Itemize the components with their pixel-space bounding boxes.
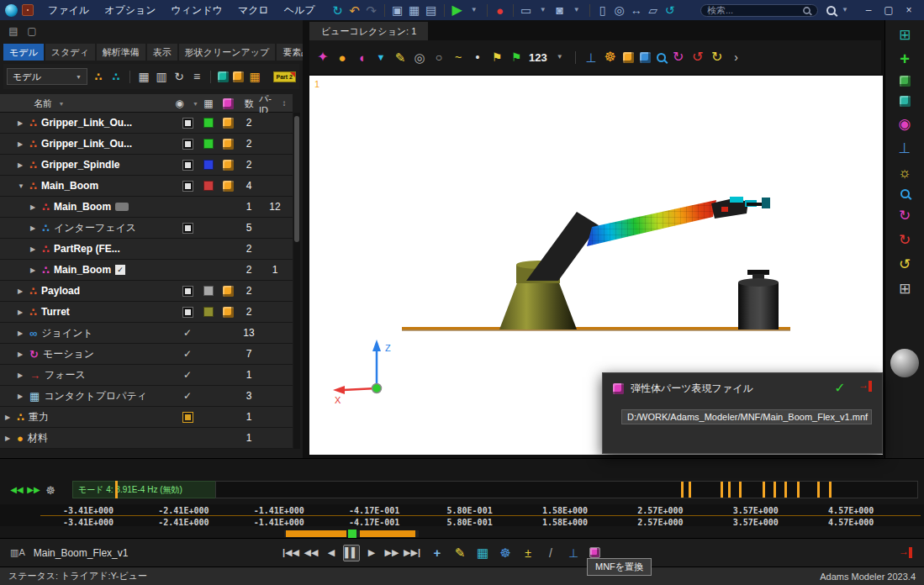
enabled-check-icon[interactable]: ✓: [183, 390, 192, 402]
list-view-icon[interactable]: ▥: [155, 69, 168, 84]
visibility-checkbox[interactable]: [182, 181, 193, 192]
frequency-marker[interactable]: [774, 482, 776, 498]
marker-pins-icon[interactable]: ▼: [374, 50, 388, 65]
settings-gear-icon[interactable]: ☸: [499, 545, 512, 561]
id-sort-icon[interactable]: ↕: [277, 96, 291, 111]
measure-edit-icon[interactable]: +: [430, 545, 444, 561]
search-scope-dropdown[interactable]: ▼: [838, 3, 852, 18]
frequency-marker[interactable]: [829, 482, 832, 498]
camera-icon[interactable]: ◙: [553, 3, 567, 18]
mode-next-icon[interactable]: ▶▶: [27, 482, 40, 498]
enabled-check-icon[interactable]: ✓: [183, 348, 192, 360]
menu-file[interactable]: ファイル: [40, 0, 97, 20]
run-dropdown[interactable]: ▼: [467, 3, 481, 18]
subsystem-cube-icon[interactable]: [218, 71, 229, 82]
tree-row[interactable]: ▶∴PartRep (FE...2: [0, 239, 293, 260]
close-dialog-icon[interactable]: [858, 381, 872, 392]
expand-arrow[interactable]: ▶: [18, 287, 25, 295]
tree-row[interactable]: ▶∴Main_Boom112: [0, 197, 293, 218]
color-swatch[interactable]: [203, 181, 214, 191]
zoom-entity-icon[interactable]: [657, 53, 666, 62]
annotation-icon[interactable]: ▥A: [10, 545, 25, 561]
expand-arrow[interactable]: ▶: [30, 224, 38, 232]
timeline-settings-icon[interactable]: ☸: [44, 482, 57, 498]
tree-row[interactable]: ▶↻モーション✓7: [0, 344, 293, 365]
expand-arrow[interactable]: ▶: [18, 140, 25, 148]
frequency-marker[interactable]: [681, 482, 684, 498]
expand-arrow[interactable]: ▶: [18, 393, 25, 400]
visibility-checkbox[interactable]: [182, 160, 193, 171]
display-dropdown[interactable]: ▼: [536, 3, 550, 18]
measure-pencil-icon[interactable]: ✎: [393, 50, 407, 65]
frequency-marker[interactable]: [721, 482, 723, 498]
tree-row[interactable]: ▶∴インターフェイス5: [0, 218, 293, 239]
inline-checkbox[interactable]: ✓: [115, 265, 125, 275]
triad-icon[interactable]: ⊥: [567, 545, 580, 561]
minimize-button[interactable]: –: [858, 1, 879, 19]
menu-help[interactable]: ヘルプ: [277, 0, 323, 20]
tree-row[interactable]: ▶∴重力1: [0, 407, 293, 428]
tab-display[interactable]: 表示: [147, 44, 177, 61]
model-selector[interactable]: モデル ▼: [7, 68, 87, 85]
fast-rewind-button[interactable]: ◀◀: [303, 545, 319, 561]
expand-arrow[interactable]: ▶: [18, 161, 25, 169]
table-view-icon[interactable]: ▦: [137, 69, 150, 84]
tree-row[interactable]: ▶∴Gripper_Link_Ou...2: [0, 113, 293, 134]
triad-icon[interactable]: ⊥: [898, 140, 911, 155]
expand-arrow[interactable]: ▶: [5, 435, 13, 442]
skip-start-button[interactable]: |◀◀: [282, 545, 299, 561]
wrench-icon[interactable]: /: [544, 545, 557, 561]
enabled-check-icon[interactable]: ✓: [183, 327, 192, 339]
grid-table-icon[interactable]: ▦: [248, 69, 261, 84]
geometry-cube-icon[interactable]: [223, 181, 234, 192]
enabled-check-icon[interactable]: ✓: [183, 369, 192, 381]
close-panel-icon[interactable]: [899, 547, 912, 558]
expand-arrow[interactable]: ▶: [5, 414, 13, 421]
boom-arm[interactable]: [526, 200, 716, 281]
expand-arrow[interactable]: ▶: [18, 350, 25, 358]
tab-study[interactable]: スタディ: [45, 44, 95, 61]
trace-path-icon[interactable]: ~: [451, 50, 465, 65]
tree-scrollbar[interactable]: [293, 113, 300, 449]
visibility-eye-icon[interactable]: ◉: [173, 96, 187, 111]
rigid-sphere-icon[interactable]: ●: [335, 50, 349, 65]
flag-pair-icon[interactable]: ⚑: [490, 50, 504, 65]
expand-arrow[interactable]: ▶: [18, 119, 25, 127]
solid-cube-icon[interactable]: [623, 52, 634, 63]
visibility-checkbox[interactable]: [182, 139, 193, 150]
rotate-red-icon[interactable]: ↻: [898, 232, 911, 247]
geometry-cube-icon[interactable]: [223, 307, 234, 318]
save-layout-icon[interactable]: ▤: [425, 3, 438, 18]
pin-panel-icon[interactable]: ▤: [7, 24, 20, 39]
camera-dropdown[interactable]: ▼: [570, 3, 583, 18]
menu-macro[interactable]: マクロ: [230, 0, 277, 20]
frame-number-display[interactable]: 123: [529, 50, 547, 65]
frequency-marker[interactable]: [728, 482, 731, 498]
close-button[interactable]: ×: [899, 1, 919, 19]
flag-icon[interactable]: ⚑: [510, 50, 523, 65]
rotate-cw-icon[interactable]: ↻: [672, 50, 685, 65]
scrub-handle[interactable]: [348, 530, 356, 538]
playback-scrubber[interactable]: [284, 530, 419, 537]
more-tools-arrow[interactable]: ›: [730, 50, 743, 65]
add-icon[interactable]: +: [898, 51, 911, 66]
frequency-marker[interactable]: [817, 482, 820, 498]
frequency-marker[interactable]: [115, 481, 118, 498]
visibility-checkbox[interactable]: [182, 307, 193, 318]
float-panel-icon[interactable]: ▢: [25, 24, 39, 39]
frequency-marker[interactable]: [739, 482, 742, 498]
redo-icon[interactable]: ↷: [365, 3, 378, 18]
color-swatch[interactable]: [203, 307, 214, 317]
expand-arrow[interactable]: ▶: [30, 245, 38, 253]
product-home-tile[interactable]: [22, 4, 34, 16]
menu-window[interactable]: ウィンドウ: [164, 0, 230, 20]
name-filter-icon[interactable]: ▼: [55, 96, 68, 111]
contact-sphere-icon[interactable]: ◖: [355, 50, 368, 65]
flex-file-icon[interactable]: [613, 383, 624, 394]
scrollbar-thumb[interactable]: [294, 116, 299, 242]
inline-toggle[interactable]: [115, 203, 129, 211]
create-part-icon[interactable]: ∴: [92, 69, 105, 84]
window-layout-icon[interactable]: ▣: [391, 3, 404, 18]
frequency-marker[interactable]: [784, 482, 787, 498]
create-flex-icon[interactable]: ∴: [109, 69, 123, 84]
